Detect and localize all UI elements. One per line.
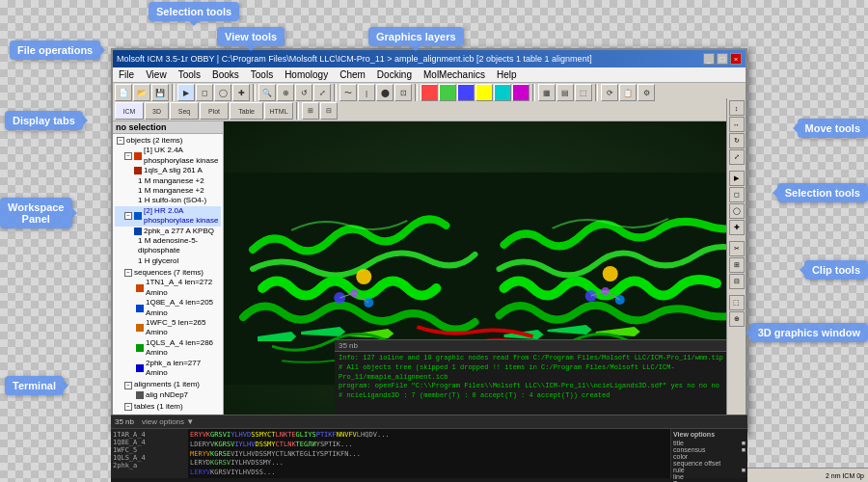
tree-item-1a[interactable]: 1qls_A slig 261 A	[115, 166, 221, 175]
tree-expand-objects[interactable]: −	[117, 137, 124, 145]
tree-seq-4[interactable]: 1QLS_A_4 len=286 Amino	[115, 338, 221, 359]
tree-expand-1[interactable]: −	[124, 152, 132, 160]
tree-seq-5[interactable]: 2phk_a len=277 Amino	[115, 359, 221, 379]
tb-select4[interactable]: ✚	[232, 84, 250, 101]
tree-tables[interactable]: − tables (1 item)	[115, 402, 221, 412]
tb-extra2[interactable]: ⊟	[320, 102, 338, 120]
menu-tools2[interactable]: Tools	[249, 69, 275, 80]
terminal-tab[interactable]: 35 nb	[339, 341, 358, 350]
tb-view2[interactable]: ⊕	[277, 84, 294, 101]
menu-docking[interactable]: Docking	[375, 69, 414, 80]
tb-layers3[interactable]: ⬚	[575, 84, 592, 101]
close-button[interactable]: ×	[730, 53, 742, 65]
tree-item-1c[interactable]: 1 M manganese +2	[115, 186, 221, 196]
tree-alignments[interactable]: − alignments (1 item)	[115, 380, 221, 389]
menu-books[interactable]: Books	[210, 69, 241, 80]
tb-view4[interactable]: ⤢	[313, 84, 331, 101]
tb-ribbon[interactable]: 〜	[339, 84, 357, 101]
tree-expand-alig[interactable]: −	[124, 382, 132, 389]
window-controls[interactable]: _ □ ×	[703, 53, 742, 65]
tb-wire[interactable]: ⊡	[394, 84, 412, 101]
rtb-clip2[interactable]: ⊞	[729, 257, 745, 273]
seq-row-2: LDERYVKGRSVIYLHVDSSMYCTLNKTEGЛИYSPTIK...	[190, 441, 668, 450]
viewport-3d[interactable]: 35 nb Info: 127 ioline and 19 graphic no…	[224, 121, 746, 436]
minimize-button[interactable]: _	[703, 53, 715, 65]
tb-color-red[interactable]	[420, 84, 438, 101]
tab-html[interactable]: HTML	[264, 102, 293, 120]
tb-select2[interactable]: ◻	[196, 84, 213, 101]
tb-open[interactable]: 📂	[133, 84, 150, 101]
tb-misc1[interactable]: ⟳	[601, 84, 618, 101]
tb-save[interactable]: 💾	[151, 84, 169, 101]
tb-new[interactable]: 📄	[115, 84, 132, 101]
menu-tools[interactable]: Tools	[176, 69, 203, 80]
rtb-clip1[interactable]: ✂	[729, 241, 745, 256]
tab-table[interactable]: Table	[230, 102, 263, 120]
tb-layers2[interactable]: ▤	[556, 84, 574, 101]
rtb-move2[interactable]: ↔	[729, 117, 745, 132]
rtb-sel2[interactable]: ◻	[729, 187, 745, 202]
tb-misc3[interactable]: ⚙	[637, 84, 655, 101]
tb-color-blue[interactable]	[457, 84, 475, 101]
seq-label-3: 1WFC_5 len=265 Amino	[146, 318, 219, 338]
tb-color-cyan[interactable]	[494, 84, 511, 101]
tree-item-1d[interactable]: 1 H sulfo-ion (SO4-)	[115, 196, 221, 205]
svg-point-15	[615, 295, 625, 305]
selection-label: no selection	[116, 122, 167, 132]
tree-item-1[interactable]: − [1] UK 2.4A phosphorylase kinase	[115, 146, 221, 166]
tab-seq[interactable]: Seq	[170, 102, 199, 120]
tree-objects[interactable]: − objects (2 items)	[115, 136, 221, 146]
tree-expand-table[interactable]: −	[124, 403, 132, 411]
rtb-sel4[interactable]: ✚	[729, 220, 745, 235]
tb-extra1[interactable]: ⊞	[302, 102, 319, 120]
menu-molmechanics[interactable]: MolMechanics	[421, 69, 487, 80]
rtb-sel3[interactable]: ◯	[729, 203, 745, 219]
maximize-button[interactable]: □	[717, 53, 728, 65]
tree-item-2c[interactable]: 1 H glycerol	[115, 256, 221, 266]
menu-homology[interactable]: Homology	[283, 69, 330, 80]
seq-tab-main[interactable]: 35 nb	[115, 417, 134, 426]
tree-expand-2[interactable]: −	[124, 212, 132, 220]
alig-color-1	[136, 391, 144, 399]
tree-sequences[interactable]: − sequences (7 items)	[115, 268, 221, 278]
menu-help[interactable]: Help	[495, 69, 519, 80]
tree-item-2b[interactable]: 1 M adenosine-5-diphosphate	[115, 236, 221, 256]
tb-view3[interactable]: ↺	[295, 84, 312, 101]
menu-chem[interactable]: Chem	[338, 69, 367, 80]
tree-item-1b[interactable]: 1 M manganese +2	[115, 176, 221, 186]
tb-select1[interactable]: ▶	[177, 84, 195, 101]
svg-point-18	[603, 266, 618, 281]
tab-plot[interactable]: Plot	[200, 102, 229, 120]
rtb-move3[interactable]: ↻	[729, 133, 745, 148]
tb-layers1[interactable]: ▦	[538, 84, 556, 101]
app-title: Molsoft ICM 3.5-1r OBBY | C:\Program Fil…	[117, 54, 592, 64]
callout-clip-tools: Clip tools	[804, 260, 868, 280]
tree-seq-1[interactable]: 1TN1_A_4 len=272 Amino	[115, 278, 221, 298]
tb-color-magenta[interactable]	[512, 84, 529, 101]
rtb-clip3[interactable]: ⊟	[729, 274, 745, 289]
tree-item-2a[interactable]: 2phk_a 277 A KPBQ	[115, 227, 221, 236]
rtb-3d1[interactable]: ⬚	[729, 295, 745, 310]
tab-icm[interactable]: ICM	[115, 102, 144, 120]
rtb-move1[interactable]: ↕	[729, 100, 745, 116]
tree-item-2[interactable]: − [2] HR 2.0A phosphorylase kinase	[115, 206, 221, 227]
tb-color-yellow[interactable]	[475, 84, 493, 101]
tb-misc2[interactable]: 📋	[619, 84, 637, 101]
tb-select3[interactable]: ◯	[214, 84, 231, 101]
tree-seq-2[interactable]: 1Q8E_A_4 len=205 Amino	[115, 298, 221, 318]
menu-view[interactable]: View	[144, 69, 169, 80]
toolbar-area: 📄 📂 💾 ▶ ◻ ◯ ✚ 🔍 ⊕ ↺ ⤢ 〜 | ⬤ ⊡	[113, 83, 746, 121]
menu-file[interactable]: File	[117, 69, 136, 80]
tb-spacefill[interactable]: ⬤	[376, 84, 393, 101]
tb-stick[interactable]: |	[358, 84, 375, 101]
tree-alig-1[interactable]: alig nNDep7	[115, 390, 221, 400]
tb-color-green[interactable]	[439, 84, 456, 101]
seq-tab-options[interactable]: view options ▼	[142, 417, 194, 426]
tree-seq-3[interactable]: 1WFC_5 len=265 Amino	[115, 318, 221, 338]
rtb-sel1[interactable]: ▶	[729, 171, 745, 186]
tb-view1[interactable]: 🔍	[258, 84, 276, 101]
rtb-move4[interactable]: ⤢	[729, 149, 745, 165]
rtb-3d2[interactable]: ⊕	[729, 311, 745, 327]
tab-3d[interactable]: 3D	[145, 102, 169, 120]
tree-expand-seq[interactable]: −	[124, 269, 132, 277]
